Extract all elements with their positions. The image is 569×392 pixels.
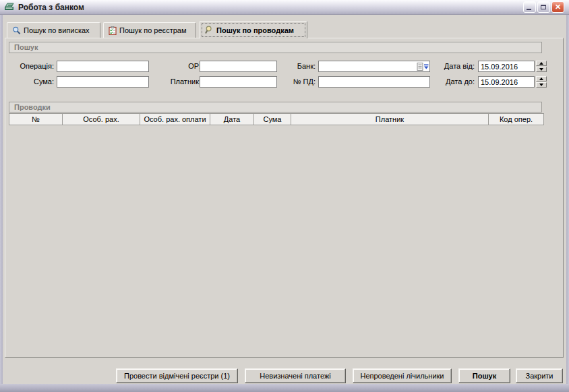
column-header-payer[interactable]: Платник	[291, 114, 489, 125]
date-to-label: Дата до:	[436, 76, 475, 88]
magnifier-yellow-icon	[205, 26, 214, 34]
unprocessed-counters-button[interactable]: Непроведені лічильники	[353, 368, 452, 383]
or-label: ОР:	[167, 61, 201, 72]
title-bar[interactable]: Робота з банком	[0, 0, 569, 15]
close-icon: ✕	[552, 2, 564, 12]
spin-down-icon[interactable]	[536, 67, 547, 72]
search-group-header: Пошук	[9, 42, 542, 53]
tab-page-transactions: Пошук Операція: ОР: Банк:	[5, 38, 564, 358]
bank-app-icon	[4, 2, 15, 13]
transactions-group-title: Проводки	[14, 103, 51, 111]
bank-combobox[interactable]	[318, 61, 430, 72]
transactions-grid-body[interactable]	[9, 125, 544, 354]
client-area: Пошук по виписках Пошук по реєстрам	[3, 15, 566, 384]
column-header-sum[interactable]: Сума	[254, 114, 291, 125]
column-header-date[interactable]: Дата	[210, 114, 254, 125]
tab-label: Пошук по виписках	[24, 26, 90, 34]
clipboard-checklist-icon	[109, 26, 117, 35]
column-header-account[interactable]: Особ. рах.	[63, 114, 140, 125]
magnifier-blue-icon	[12, 26, 21, 35]
payer-input[interactable]	[200, 76, 277, 88]
bank-input[interactable]	[318, 61, 430, 72]
minimize-button[interactable]	[523, 1, 536, 13]
pd-number-input[interactable]	[318, 76, 430, 88]
date-from-input[interactable]	[478, 61, 535, 72]
transactions-group-header: Проводки	[9, 102, 542, 112]
operation-input[interactable]	[57, 61, 149, 72]
operation-label: Операція:	[7, 61, 54, 72]
spin-up-icon[interactable]	[536, 76, 547, 81]
tab-search-registers[interactable]: Пошук по реєстрам	[103, 22, 196, 38]
window-border-right	[566, 15, 569, 384]
search-button[interactable]: Пошук	[458, 368, 510, 383]
spin-up-icon[interactable]	[536, 61, 547, 66]
window-controls: ✕	[523, 1, 564, 13]
transactions-grid-header: № Особ. рах. Особ. рах. оплати Дата Сума…	[9, 113, 544, 125]
column-header-payment-account[interactable]: Особ. рах. оплати	[140, 114, 210, 125]
column-header-number[interactable]: №	[9, 114, 63, 125]
tab-label: Пошук по проводкам	[216, 26, 294, 34]
window-border-bottom	[0, 384, 569, 392]
spin-down-icon[interactable]	[536, 82, 547, 88]
close-window-button[interactable]: Закрити	[516, 368, 563, 383]
minimize-icon	[527, 9, 531, 10]
pd-number-label: № ПД:	[280, 76, 316, 88]
window-title: Робота з банком	[18, 3, 84, 12]
process-marked-registers-button[interactable]: Провести відмічені реєстри (1)	[116, 368, 238, 383]
sum-input[interactable]	[57, 76, 149, 88]
date-to-spinner	[536, 76, 547, 88]
search-group-title: Пошук	[14, 43, 38, 51]
date-to-input[interactable]	[478, 76, 535, 88]
or-input[interactable]	[200, 61, 277, 72]
bank-label: Банк:	[280, 61, 316, 72]
close-button[interactable]: ✕	[551, 1, 564, 13]
app-window: Робота з банком ✕ Пошук по виписках	[0, 0, 569, 392]
date-from-label: Дата від:	[436, 61, 475, 72]
tab-label: Пошук по реєстрам	[119, 26, 187, 34]
date-from-spinner	[536, 61, 547, 72]
bank-dropdown-icon[interactable]	[417, 62, 429, 71]
column-header-operation-code[interactable]: Код опер.	[489, 114, 543, 125]
maximize-button[interactable]	[537, 1, 550, 13]
payer-label: Платник:	[159, 76, 201, 88]
sum-label: Сума:	[7, 76, 54, 88]
undefined-payments-button[interactable]: Невизначені платежі	[245, 368, 346, 383]
tab-search-statements[interactable]: Пошук по виписках	[7, 22, 100, 38]
tab-search-transactions[interactable]: Пошук по проводкам	[200, 21, 307, 38]
maximize-icon	[541, 5, 546, 9]
